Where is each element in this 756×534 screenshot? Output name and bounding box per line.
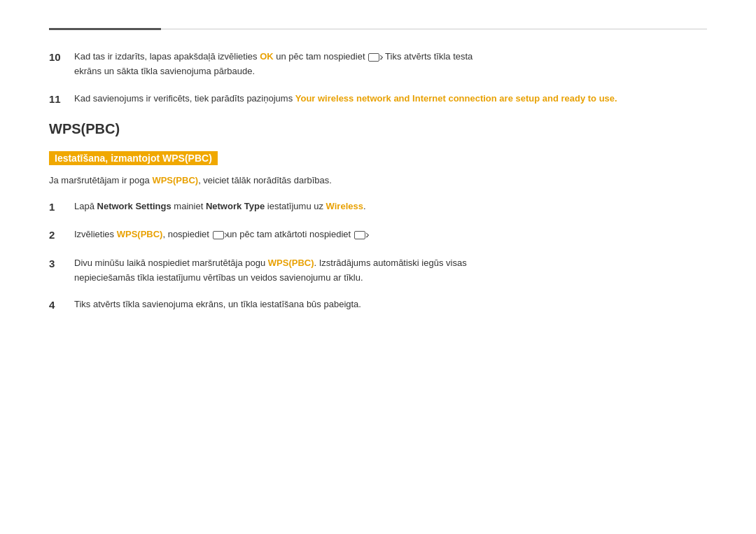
enter-icon-1 [368, 53, 379, 62]
step-3-content: Divu minūšu laikā nospiediet maršrutētāj… [74, 256, 707, 286]
step-4-text: Tiks atvērts tīkla savienojuma ekrāns, u… [74, 299, 361, 309]
step-1-after: iestatījumu uz [265, 201, 326, 211]
step-4: 4 Tiks atvērts tīkla savienojuma ekrāns,… [49, 297, 707, 314]
step-1-before: Lapā [74, 201, 97, 211]
step-1-network-type: Network Type [206, 201, 265, 211]
step-1-network-settings: Network Settings [97, 201, 172, 211]
step-10: 10 Kad tas ir izdarīts, lapas apakšdaļā … [49, 50, 707, 79]
top-divider [49, 28, 707, 30]
intro-before: Ja maršrutētājam ir poga [49, 175, 152, 185]
step-2-before: Izvēlieties [74, 229, 117, 239]
step-11-highlight: Your wireless network and Internet conne… [295, 93, 617, 104]
step-11-number: 11 [49, 92, 67, 108]
step-10-text-before: Kad tas ir izdarīts, lapas apakšdaļā izv… [74, 51, 260, 62]
step-2: 2 Izvēlieties WPS(PBC), nospiediet un pē… [49, 227, 707, 244]
page-container: 10 Kad tas ir izdarīts, lapas apakšdaļā … [0, 0, 756, 354]
step-1-mid: mainiet [172, 201, 206, 211]
step-3-wps: WPS(PBC) [268, 258, 314, 268]
step-3-number: 3 [49, 256, 67, 272]
step-2-after: un pēc tam atkārtoti nospiediet [225, 229, 354, 239]
step-4-content: Tiks atvērts tīkla savienojuma ekrāns, u… [74, 297, 707, 312]
subsection-title: Iestatīšana, izmantojot WPS(PBC) [49, 151, 218, 165]
step-1: 1 Lapā Network Settings mainiet Network … [49, 199, 707, 216]
step-4-number: 4 [49, 297, 67, 314]
step-10-text-mid: un pēc tam nospiediet [274, 51, 368, 62]
intro-text: Ja maršrutētājam ir poga WPS(PBC), veici… [49, 174, 707, 188]
step-11: 11 Kad savienojums ir verificēts, tiek p… [49, 92, 707, 108]
intro-after: , veiciet tālāk norādītās darbības. [198, 175, 332, 185]
step-10-number: 10 [49, 50, 67, 66]
enter-icon-2 [213, 231, 224, 239]
divider-dark [49, 28, 161, 30]
step-2-mid: , nospiediet [162, 229, 211, 239]
step-11-text-before: Kad savienojums ir verificēts, tiek parā… [74, 93, 295, 104]
step-2-number: 2 [49, 227, 67, 244]
step-10-content: Kad tas ir izdarīts, lapas apakšdaļā izv… [74, 50, 707, 79]
step-2-content: Izvēlieties WPS(PBC), nospiediet un pēc … [74, 227, 707, 242]
subsection-title-wrapper: Iestatīšana, izmantojot WPS(PBC) [49, 151, 707, 174]
step-2-wps: WPS(PBC) [117, 229, 163, 239]
step-1-wireless: Wireless [326, 201, 363, 211]
step-1-end: . [363, 201, 366, 211]
enter-icon-3 [354, 231, 365, 239]
divider-light [161, 29, 707, 29]
step-10-line2: ekrāns un sākta tīkla savienojuma pārbau… [74, 66, 255, 76]
step-3-line2: nepieciešamās tīkla iestatījumu vērtības… [74, 272, 363, 283]
step-1-number: 1 [49, 199, 67, 216]
step-1-content: Lapā Network Settings mainiet Network Ty… [74, 199, 707, 214]
step-3-before: Divu minūšu laikā nospiediet maršrutētāj… [74, 258, 268, 268]
wps-section-title: WPS(PBC) [49, 121, 707, 137]
step-10-ok: OK [260, 51, 274, 62]
step-10-text-cont: . Tiks atvērts tīkla testa [380, 51, 472, 62]
step-3: 3 Divu minūšu laikā nospiediet maršrutēt… [49, 256, 707, 286]
step-3-after: . Izstrādājums automātiski iegūs visas [314, 258, 466, 268]
intro-wps: WPS(PBC) [152, 175, 198, 185]
step-11-content: Kad savienojums ir verificēts, tiek parā… [74, 92, 707, 106]
